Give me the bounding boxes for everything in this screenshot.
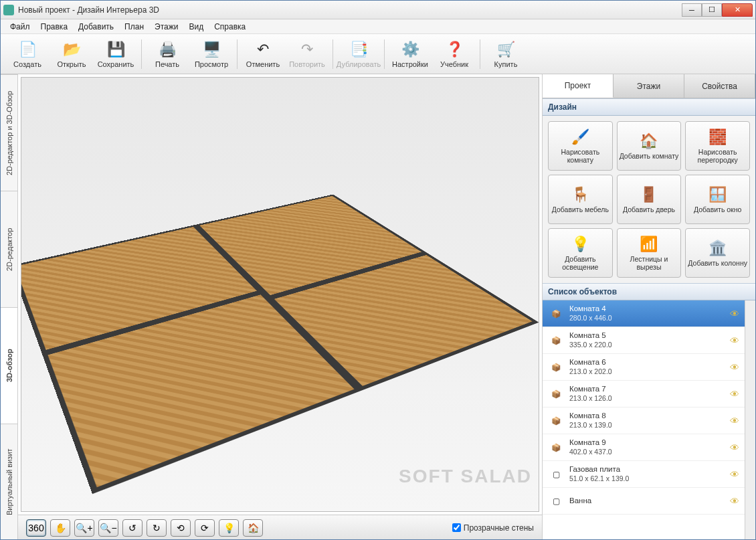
object-dimensions: 213.0 x 202.0 [569,367,612,376]
object-dimensions: 335.0 x 220.0 [569,341,612,349]
object-item-0[interactable]: 📦Комната 4280.0 x 446.0👁 [543,300,745,327]
app-icon [3,5,14,15]
toolbar-create-button[interactable]: 📄Создать [6,36,49,72]
view-tab-2d3d[interactable]: 2D-редактор и 3D-Обзор [1,74,17,191]
side-tab-project[interactable]: Проект [543,74,613,98]
object-text: Ванна [569,497,591,506]
visibility-eye-icon[interactable]: 👁 [730,442,739,453]
object-item-1[interactable]: 📦Комната 5335.0 x 220.0👁 [543,327,745,354]
visibility-eye-icon[interactable]: 👁 [730,335,739,346]
objects-panel-header: Список объектов [543,283,755,300]
add-furniture-label: Добавить мебель [552,205,609,213]
object-item-6[interactable]: ▢Газовая плита51.0 x 62.1 x 139.0👁 [543,461,745,488]
maximize-button[interactable]: ☐ [702,3,722,17]
visibility-eye-icon[interactable]: 👁 [730,416,739,426]
minimize-button[interactable]: ─ [682,3,702,17]
nav-light-button[interactable]: 💡 [219,519,239,537]
menu-1[interactable]: Правка [35,21,74,33]
object-text: Комната 9402.0 x 437.0 [569,438,612,456]
design-tools-grid: 🖌️Нарисовать комнату🏠Добавить комнату🧱На… [543,116,755,283]
3d-viewport[interactable]: SOFT SALAD [21,77,539,512]
toolbar-settings-button[interactable]: ⚙️Настройки [389,36,432,72]
preview-icon: 🖥️ [202,40,221,59]
nav-zoomout-button[interactable]: 🔍− [98,519,118,537]
object-icon: 📦 [548,307,564,321]
toolbar-buy-button[interactable]: 🛒Купить [484,36,527,72]
menubar: ФайлПравкаДобавитьПланЭтажиВидСправка [1,19,755,34]
menu-4[interactable]: Этажи [149,21,183,33]
toolbar-tutorial-button[interactable]: ❓Учебник [433,36,476,72]
add-window-label: Добавить окно [694,205,741,213]
design-draw-room-button[interactable]: 🖌️Нарисовать комнату [548,121,613,171]
menu-5[interactable]: Вид [183,21,209,33]
object-name: Комната 9 [569,438,612,448]
close-button[interactable]: ✕ [722,3,753,17]
add-room-icon: 🏠 [639,132,659,150]
transparent-walls-checkbox[interactable]: Прозрачные стены [452,523,534,533]
object-name: Комната 8 [569,412,612,421]
transparent-walls-input[interactable] [452,523,461,532]
design-stairs-button[interactable]: 📶Лестницы и вырезы [617,228,682,278]
design-add-door-button[interactable]: 🚪Добавить дверь [617,175,682,224]
nav-rotr-button[interactable]: ↻ [147,519,167,537]
nav-zoomin-button[interactable]: 🔍+ [74,519,94,537]
object-dimensions: 213.0 x 139.0 [569,421,612,430]
view-tab-virt[interactable]: Виртуальный визит [1,424,17,540]
object-name: Газовая плита [569,465,629,474]
draw-wall-icon: 🧱 [708,128,728,146]
nav-home-button[interactable]: 🏠 [243,519,263,537]
object-dimensions: 402.0 x 437.0 [569,448,612,456]
titlebar: Новый проект - Дизайн Интерьера 3D ─ ☐ ✕ [1,1,755,19]
object-name: Комната 6 [569,358,612,367]
design-add-furniture-button[interactable]: 🪑Добавить мебель [548,175,613,224]
preview-label: Просмотр [195,60,228,68]
side-tab-props[interactable]: Свойства [684,74,755,98]
draw-wall-label: Нарисовать перегородку [687,148,748,164]
toolbar-print-button[interactable]: 🖨️Печать [146,36,189,72]
object-icon: 📦 [548,414,564,428]
nav-tiltl-button[interactable]: ⟲ [171,519,191,537]
toolbar-preview-button[interactable]: 🖥️Просмотр [190,36,233,72]
object-text: Комната 5335.0 x 220.0 [569,331,612,349]
create-label: Создать [13,60,41,68]
design-draw-wall-button[interactable]: 🧱Нарисовать перегородку [685,121,750,171]
object-item-7[interactable]: ▢Ванна👁 [543,488,745,515]
toolbar-save-button[interactable]: 💾Сохранить [94,36,137,72]
visibility-eye-icon[interactable]: 👁 [730,469,739,480]
side-tab-floors[interactable]: Этажи [613,74,684,98]
menu-2[interactable]: Добавить [73,21,119,33]
object-item-4[interactable]: 📦Комната 8213.0 x 139.0👁 [543,408,745,434]
add-door-icon: 🚪 [639,186,659,203]
view-tab-2d[interactable]: 2D-редактор [1,191,17,307]
design-add-room-button[interactable]: 🏠Добавить комнату [617,121,682,171]
nav-view360-button[interactable]: 360 [26,519,46,537]
menu-0[interactable]: Файл [5,21,35,33]
object-list-scrollbar[interactable] [745,300,755,540]
view-tab-3d[interactable]: 3D-обзор [1,307,17,424]
toolbar-separator [141,39,142,69]
nav-rotl-button[interactable]: ↺ [122,519,143,537]
visibility-eye-icon[interactable]: 👁 [730,362,739,373]
design-panel-header: Дизайн [543,98,755,116]
menu-3[interactable]: План [119,21,149,33]
nav-tiltr-button[interactable]: ⟳ [195,519,215,537]
dup-icon: 📑 [349,40,368,59]
design-add-light-button[interactable]: 💡Добавить освещение [548,228,613,278]
draw-room-label: Нарисовать комнату [550,148,611,164]
toolbar-undo-button[interactable]: ↶Отменить [242,36,284,72]
design-add-window-button[interactable]: 🪟Добавить окно [685,175,750,224]
visibility-eye-icon[interactable]: 👁 [730,308,739,319]
visibility-eye-icon[interactable]: 👁 [730,389,739,399]
object-item-3[interactable]: 📦Комната 7213.0 x 126.0👁 [543,381,745,408]
object-item-2[interactable]: 📦Комната 6213.0 x 202.0👁 [543,354,745,381]
object-item-5[interactable]: 📦Комната 9402.0 x 437.0👁 [543,434,745,461]
toolbar-separator [237,39,238,69]
design-add-column-button[interactable]: 🏛️Добавить колонну [685,228,750,278]
object-list[interactable]: 📦Комната 4280.0 x 446.0👁📦Комната 5335.0 … [543,300,745,540]
visibility-eye-icon[interactable]: 👁 [730,496,739,507]
menu-6[interactable]: Справка [209,21,251,33]
toolbar-open-button[interactable]: 📂Открыть [50,36,93,72]
nav-pan-button[interactable]: ✋ [50,519,70,537]
object-icon: ▢ [548,494,564,508]
tutorial-icon: ❓ [445,40,464,59]
